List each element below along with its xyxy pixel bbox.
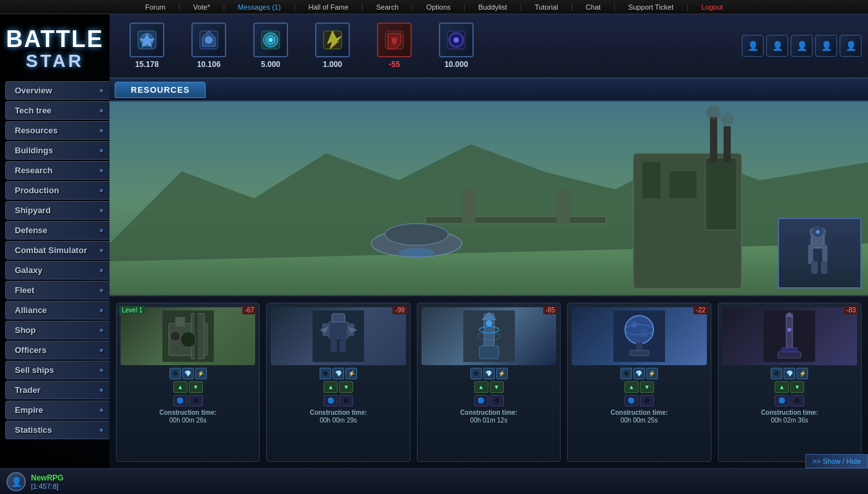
arrow-down-5: ▼ bbox=[790, 381, 804, 393]
sidebar-item-tech-tree[interactable]: Tech tree » bbox=[5, 101, 110, 120]
svg-point-56 bbox=[816, 231, 819, 233]
res-icon-crystal-4: 💎 bbox=[633, 368, 645, 379]
card-badge-red-2: -99 bbox=[392, 306, 407, 314]
arrow-down-4: ▼ bbox=[640, 381, 654, 393]
sidebar-label-officers: Officers bbox=[15, 345, 46, 355]
sidebar-item-sell-ships[interactable]: Sell ships » bbox=[5, 361, 110, 379]
construction-card-1[interactable]: Level 1 -67 ⚙ 💎 bbox=[116, 303, 260, 462]
player-coords: [1:457:8] bbox=[31, 482, 64, 490]
sidebar-arrow-alliance: » bbox=[99, 307, 103, 314]
sidebar-item-combat-simulator[interactable]: Combat Simulator » bbox=[5, 241, 110, 260]
card-arrows-5: ▲ ▼ bbox=[775, 381, 804, 393]
resource-icon-2 bbox=[191, 23, 226, 57]
sidebar-item-buildings[interactable]: Buildings » bbox=[5, 141, 110, 160]
show-hide-button[interactable]: >> Show / Hide bbox=[805, 454, 868, 468]
avatar-icon-4[interactable]: 👤 bbox=[815, 35, 837, 57]
nav-support[interactable]: Support Ticket bbox=[628, 3, 673, 11]
player-avatar: 👤 bbox=[6, 472, 26, 491]
nav-forum[interactable]: Forum bbox=[145, 3, 166, 11]
resource-icon-4 bbox=[315, 23, 350, 57]
sidebar-item-empire[interactable]: Empire » bbox=[5, 401, 110, 419]
nav-search[interactable]: Search bbox=[376, 3, 399, 11]
sidebar-label-empire: Empire bbox=[15, 405, 43, 415]
sidebar-label-production: Production bbox=[15, 185, 59, 195]
sidebar-label-galaxy: Galaxy bbox=[15, 265, 43, 275]
sidebar-label-buildings: Buildings bbox=[15, 146, 53, 155]
sidebar-item-galaxy[interactable]: Galaxy » bbox=[5, 261, 110, 280]
sidebar-item-overview[interactable]: Overview » bbox=[5, 81, 110, 100]
nav-chat[interactable]: Chat bbox=[586, 3, 601, 11]
sidebar-item-alliance[interactable]: Alliance » bbox=[5, 301, 110, 319]
sidebar-item-resources[interactable]: Resources » bbox=[5, 121, 110, 140]
construction-card-4[interactable]: -22 ⚙ bbox=[567, 303, 711, 462]
resource-item-2[interactable]: 10.106 bbox=[183, 23, 235, 69]
card-label-4: Construction time: bbox=[610, 408, 668, 417]
sidebar-label-defense: Defense bbox=[15, 225, 48, 235]
card-badge-red-4: -22 bbox=[693, 306, 708, 314]
resource-icon-1 bbox=[130, 23, 164, 57]
sidebar-item-defense[interactable]: Defense » bbox=[5, 221, 110, 240]
svg-point-82 bbox=[631, 321, 637, 328]
card-mini-icon-4a: 🔵 bbox=[624, 395, 639, 406]
res-icon-energy-5: ⚡ bbox=[796, 368, 808, 379]
sidebar-item-fleet[interactable]: Fleet » bbox=[5, 281, 110, 299]
sidebar-arrow-shipyard: » bbox=[99, 207, 103, 214]
nav-hall-of-fame[interactable]: Hall of Fame bbox=[309, 3, 349, 11]
card-time-4: 00h 00m 25s bbox=[621, 417, 658, 424]
resource-item-5[interactable]: -55 bbox=[369, 23, 420, 69]
sidebar-arrow-shop: » bbox=[99, 327, 103, 334]
res-icon-metal-3: ⚙ bbox=[470, 368, 482, 379]
resource-item-1[interactable]: 15.178 bbox=[121, 23, 173, 69]
sidebar-item-research[interactable]: Research » bbox=[5, 161, 110, 180]
arrow-up-5: ▲ bbox=[775, 381, 789, 393]
card-arrows-4: ▲ ▼ bbox=[624, 381, 654, 393]
sidebar-item-officers[interactable]: Officers » bbox=[5, 341, 110, 359]
resource-item-3[interactable]: 5.000 bbox=[245, 23, 296, 69]
avatar-icon-2[interactable]: 👤 bbox=[766, 35, 788, 57]
sidebar-label-shipyard: Shipyard bbox=[15, 205, 51, 215]
sidebar-label-resources: Resources bbox=[15, 126, 57, 135]
card-time-3: 00h 01m 12s bbox=[470, 417, 508, 424]
card-time-1: 00h 00m 26s bbox=[169, 417, 207, 424]
construction-card-5[interactable]: -83 bbox=[718, 303, 862, 462]
card-image-2 bbox=[271, 307, 405, 365]
nav-options[interactable]: Options bbox=[426, 3, 450, 11]
nav-tutorial[interactable]: Tutorial bbox=[535, 3, 558, 11]
card-resources-3: ⚙ 💎 ⚡ bbox=[470, 368, 508, 379]
svg-point-77 bbox=[486, 320, 492, 327]
svg-point-28 bbox=[454, 37, 459, 43]
sidebar-label-research: Research bbox=[15, 166, 53, 175]
avatar-icon-5[interactable]: 👤 bbox=[840, 35, 862, 57]
sidebar-item-trader[interactable]: Trader » bbox=[5, 381, 110, 399]
avatar-icon-3[interactable]: 👤 bbox=[791, 35, 813, 57]
nav-buddylist[interactable]: Buddylist bbox=[478, 3, 507, 11]
sidebar-arrow-statistics: » bbox=[99, 426, 103, 433]
svg-rect-46 bbox=[110, 102, 868, 295]
svg-point-92 bbox=[787, 328, 791, 332]
main-content: RESOURCES bbox=[110, 79, 868, 468]
res-icon-crystal-3: 💎 bbox=[483, 368, 495, 379]
resource-icon-3 bbox=[253, 23, 288, 57]
card-badge-red-3: -85 bbox=[543, 306, 557, 314]
sidebar-item-statistics[interactable]: Statistics » bbox=[5, 421, 110, 439]
res-icon-energy-2: ⚡ bbox=[345, 368, 357, 379]
avatar-icon-1[interactable]: 👤 bbox=[742, 35, 764, 57]
sidebar-item-shipyard[interactable]: Shipyard » bbox=[5, 201, 110, 220]
sidebar-label-statistics: Statistics bbox=[15, 425, 52, 435]
resource-item-4[interactable]: 1.000 bbox=[307, 23, 358, 69]
resource-item-6[interactable]: 10.000 bbox=[430, 23, 482, 69]
sidebar-arrow-tech-tree: » bbox=[99, 107, 103, 114]
nav-messages[interactable]: Messages (1) bbox=[238, 3, 281, 11]
svg-point-63 bbox=[180, 332, 196, 347]
sidebar-arrow-resources: » bbox=[99, 127, 103, 134]
content-tab-resources[interactable]: RESOURCES bbox=[115, 82, 206, 98]
logo-line1: BATTLE bbox=[6, 28, 103, 51]
nav-vote[interactable]: Vote* bbox=[193, 3, 210, 11]
construction-card-2[interactable]: -99 bbox=[266, 303, 410, 462]
construction-card-3[interactable]: -85 ⚙ 💎 bbox=[417, 303, 561, 462]
sidebar-item-shop[interactable]: Shop » bbox=[5, 321, 110, 339]
card-mini-icon-2a: 🔵 bbox=[323, 395, 338, 406]
sidebar-item-production[interactable]: Production » bbox=[5, 181, 110, 200]
nav-logout[interactable]: Logout bbox=[701, 3, 723, 11]
card-mini-icon-1a: 🔵 bbox=[173, 395, 188, 406]
